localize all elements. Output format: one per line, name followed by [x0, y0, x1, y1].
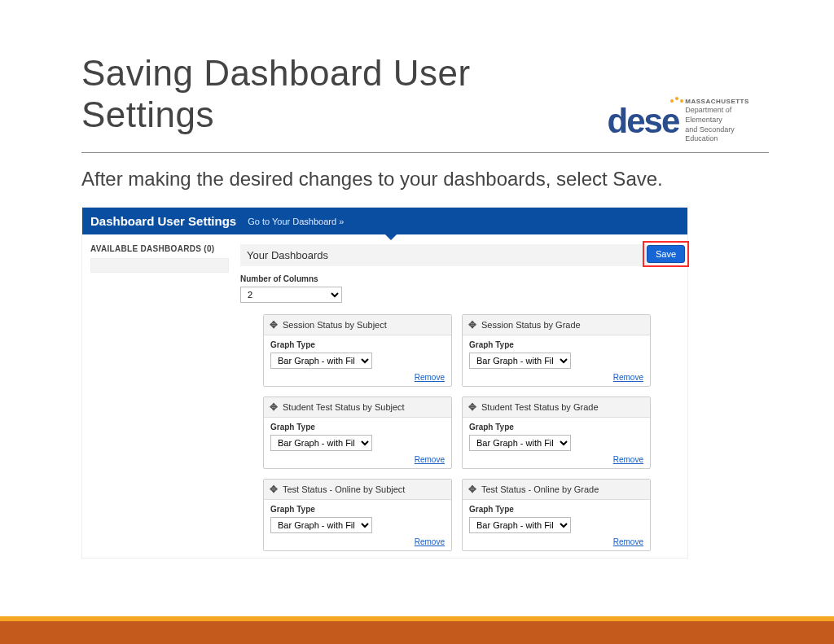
dashboard-card: ✥ Test Status - Online by Grade Graph Ty… [462, 479, 651, 551]
go-to-dashboard-link[interactable]: Go to Your Dashboard » [248, 217, 344, 226]
your-dashboards-bar: Your Dashboards Save [240, 244, 679, 266]
num-cols-label: Number of Columns [240, 274, 679, 283]
remove-link[interactable]: Remove [415, 373, 445, 382]
available-dashboards-label: AVAILABLE DASHBOARDS (0) [90, 244, 229, 253]
remove-link[interactable]: Remove [415, 537, 445, 546]
remove-link[interactable]: Remove [613, 455, 643, 464]
remove-link[interactable]: Remove [613, 537, 643, 546]
dashboard-card: ✥ Session Status by Subject Graph Type B… [263, 314, 452, 387]
save-button[interactable]: Save [647, 245, 685, 263]
graph-type-select[interactable]: Bar Graph - with Filter [469, 517, 571, 533]
dashboard-card: ✥ Student Test Status by Grade Graph Typ… [462, 396, 651, 469]
dashboard-card: ✥ Student Test Status by Subject Graph T… [263, 396, 452, 469]
graph-type-label: Graph Type [469, 423, 643, 432]
graph-type-select[interactable]: Bar Graph - with Filter [469, 435, 571, 451]
dese-logo: dese MASSACHUSETTS Department of Element… [608, 98, 769, 144]
dashboard-cards-grid: ✥ Session Status by Subject Graph Type B… [263, 314, 654, 551]
graph-type-label: Graph Type [469, 340, 643, 349]
app-header-title: Dashboard User Settings [90, 214, 236, 228]
available-dashboards-list [90, 258, 229, 273]
move-icon[interactable]: ✥ [270, 319, 278, 331]
logo-dots-icon [670, 97, 683, 100]
graph-type-select[interactable]: Bar Graph - with Filter [469, 353, 571, 369]
logo-text: MASSACHUSETTS Department of Elementary a… [685, 98, 769, 144]
move-icon[interactable]: ✥ [468, 401, 476, 413]
graph-type-label: Graph Type [270, 505, 445, 514]
caret-down-icon [384, 233, 398, 240]
graph-type-label: Graph Type [469, 505, 643, 514]
page-subtitle: After making the desired changes to your… [81, 168, 769, 191]
graph-type-select[interactable]: Bar Graph - with Filter [270, 353, 372, 369]
move-icon[interactable]: ✥ [270, 401, 278, 413]
graph-type-label: Graph Type [270, 340, 445, 349]
card-title: Student Test Status by Subject [283, 402, 405, 412]
graph-type-select[interactable]: Bar Graph - with Filter [270, 517, 372, 533]
card-title: Student Test Status by Grade [481, 402, 599, 412]
card-title: Test Status - Online by Grade [481, 484, 599, 494]
move-icon[interactable]: ✥ [270, 484, 278, 495]
logo-word: dese [608, 102, 679, 141]
num-cols-select[interactable]: 2 [240, 287, 342, 303]
your-dashboards-label: Your Dashboards [247, 249, 328, 261]
dashboard-card: ✥ Test Status - Online by Subject Graph … [263, 479, 452, 551]
move-icon[interactable]: ✥ [468, 319, 476, 331]
remove-link[interactable]: Remove [613, 373, 643, 382]
slide-footer-bar [0, 616, 834, 644]
save-highlight-box: Save [643, 241, 689, 267]
remove-link[interactable]: Remove [415, 455, 445, 464]
page-title: Saving Dashboard User Settings [81, 53, 608, 135]
dashboard-card: ✥ Session Status by Grade Graph Type Bar… [462, 314, 651, 387]
move-icon[interactable]: ✥ [468, 484, 476, 495]
app-header: Dashboard User Settings Go to Your Dashb… [82, 208, 687, 234]
card-title: Test Status - Online by Subject [283, 484, 405, 494]
card-title: Session Status by Grade [481, 320, 581, 330]
graph-type-label: Graph Type [270, 423, 445, 432]
graph-type-select[interactable]: Bar Graph - with Filter [270, 435, 372, 451]
card-title: Session Status by Subject [283, 320, 387, 330]
dashboard-settings-app: Dashboard User Settings Go to Your Dashb… [81, 207, 688, 559]
